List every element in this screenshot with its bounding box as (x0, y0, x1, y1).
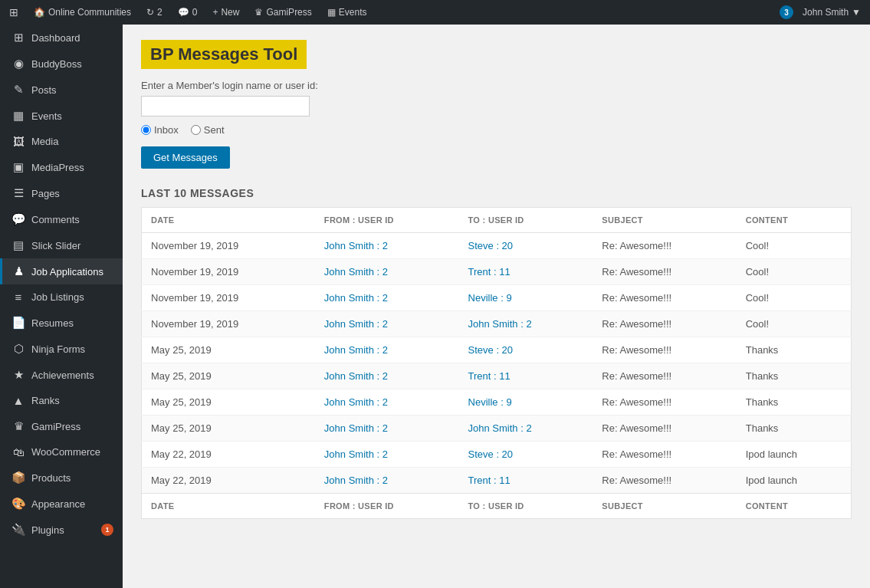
sent-radio-label[interactable]: Sent (191, 124, 225, 136)
comments[interactable]: 💬 0 (175, 7, 201, 18)
section-title: LAST 10 MESSAGES (141, 187, 852, 199)
cell-from[interactable]: John Smith : 2 (315, 311, 459, 337)
user-menu[interactable]: John Smith ▼ (799, 7, 864, 18)
cell-to[interactable]: Trent : 11 (459, 468, 593, 494)
sidebar-item-comments[interactable]: 💬 Comments (0, 206, 123, 232)
member-input[interactable] (141, 96, 310, 117)
sidebar-item-woocommerce[interactable]: 🛍 WooCommerce (0, 439, 123, 465)
cell-from[interactable]: John Smith : 2 (315, 389, 459, 416)
cell-date: May 25, 2019 (142, 337, 315, 363)
cell-to[interactable]: Neville : 9 (459, 389, 593, 416)
cell-date: May 25, 2019 (142, 363, 315, 389)
sidebar-label: BuddyBoss (31, 58, 82, 70)
media-icon: 🖼 (11, 135, 25, 148)
table-body: November 19, 2019John Smith : 2Steve : 2… (142, 233, 852, 494)
cell-to[interactable]: Trent : 11 (459, 363, 593, 389)
user-area: 3 John Smith ▼ (780, 5, 864, 19)
sidebar-item-achievements[interactable]: ★ Achievements (0, 362, 123, 388)
cell-from[interactable]: John Smith : 2 (315, 259, 459, 285)
sidebar-item-gamipress[interactable]: ♛ GamiPress (0, 413, 123, 439)
site-name[interactable]: 🏠 Online Communities (31, 7, 134, 18)
woocommerce-icon: 🛍 (11, 445, 25, 458)
sidebar-item-job-listings[interactable]: ≡ Job Listings (0, 284, 123, 310)
sidebar-item-plugins[interactable]: 🔌 Plugins 1 (0, 517, 123, 543)
cell-from[interactable]: John Smith : 2 (315, 285, 459, 311)
sidebar: ⊞ Dashboard ◉ BuddyBoss ✎ Posts ▦ Events… (0, 25, 123, 588)
events-menu[interactable]: ▦ Events (324, 7, 370, 18)
sidebar-item-products[interactable]: 📦 Products (0, 465, 123, 491)
cell-subject: Re: Awesome!!! (593, 259, 736, 285)
cell-content: Cool! (737, 259, 852, 285)
cell-to[interactable]: Steve : 20 (459, 233, 593, 259)
sidebar-item-resumes[interactable]: 📄 Resumes (0, 310, 123, 336)
cell-to[interactable]: Steve : 20 (459, 337, 593, 363)
plugins-badge: 1 (101, 524, 113, 536)
sidebar-item-slick-slider[interactable]: ▤ Slick Slider (0, 232, 123, 258)
new-menu[interactable]: + New (209, 7, 242, 18)
cell-to[interactable]: John Smith : 2 (459, 311, 593, 337)
cell-date: May 22, 2019 (142, 442, 315, 468)
comments-icon: 💬 (178, 7, 189, 18)
sidebar-item-buddyboss[interactable]: ◉ BuddyBoss (0, 51, 123, 77)
cell-subject: Re: Awesome!!! (593, 311, 736, 337)
sidebar-item-dashboard[interactable]: ⊞ Dashboard (0, 25, 123, 51)
inbox-radio[interactable] (141, 125, 151, 135)
cell-subject: Re: Awesome!!! (593, 285, 736, 311)
sent-radio[interactable] (191, 125, 201, 135)
table-row: November 19, 2019John Smith : 2John Smit… (142, 311, 852, 337)
sidebar-item-ranks[interactable]: ▲ Ranks (0, 388, 123, 413)
cell-content: Thanks (737, 363, 852, 389)
sidebar-item-events[interactable]: ▦ Events (0, 103, 123, 129)
cell-subject: Re: Awesome!!! (593, 233, 736, 259)
sidebar-item-ninja-forms[interactable]: ⬡ Ninja Forms (0, 336, 123, 362)
table-footer-row: DATE FROM : USER ID TO : USER ID SUBJECT… (142, 494, 852, 519)
get-messages-button[interactable]: Get Messages (141, 146, 230, 169)
wp-logo[interactable]: ⊞ (6, 6, 21, 18)
cell-to[interactable]: John Smith : 2 (459, 416, 593, 442)
cell-subject: Re: Awesome!!! (593, 442, 736, 468)
cell-to[interactable]: Steve : 20 (459, 442, 593, 468)
products-icon: 📦 (11, 471, 25, 485)
updates-icon: ↻ (146, 7, 154, 18)
cell-date: May 22, 2019 (142, 468, 315, 494)
home-icon: 🏠 (34, 7, 45, 18)
sidebar-item-pages[interactable]: ☰ Pages (0, 180, 123, 206)
cell-date: November 19, 2019 (142, 311, 315, 337)
cell-to[interactable]: Trent : 11 (459, 259, 593, 285)
gamipress-icon: ♛ (254, 7, 263, 18)
gamipress-menu[interactable]: ♛ GamiPress (251, 7, 314, 18)
foot-subject: SUBJECT (593, 494, 736, 519)
table-header-row: DATE FROM : USER ID TO : USER ID SUBJECT… (142, 208, 852, 233)
cell-subject: Re: Awesome!!! (593, 389, 736, 416)
sidebar-label: Ninja Forms (31, 343, 85, 355)
sidebar-label: Appearance (31, 498, 85, 510)
cell-to[interactable]: Neville : 9 (459, 285, 593, 311)
cell-from[interactable]: John Smith : 2 (315, 468, 459, 494)
cell-subject: Re: Awesome!!! (593, 468, 736, 494)
updates[interactable]: ↻ 2 (143, 7, 166, 18)
table-row: May 25, 2019John Smith : 2Neville : 9Re:… (142, 389, 852, 416)
cell-from[interactable]: John Smith : 2 (315, 337, 459, 363)
table-row: November 19, 2019John Smith : 2Neville :… (142, 285, 852, 311)
inbox-radio-label[interactable]: Inbox (141, 124, 179, 136)
resumes-icon: 📄 (11, 316, 25, 330)
cell-from[interactable]: John Smith : 2 (315, 416, 459, 442)
cell-content: Thanks (737, 389, 852, 416)
sidebar-label: Events (31, 110, 62, 122)
ninja-forms-icon: ⬡ (11, 342, 25, 356)
cell-from[interactable]: John Smith : 2 (315, 233, 459, 259)
sidebar-item-appearance[interactable]: 🎨 Appearance (0, 491, 123, 517)
foot-date: DATE (142, 494, 315, 519)
sidebar-item-mediapress[interactable]: ▣ MediaPress (0, 154, 123, 180)
sidebar-item-job-applications[interactable]: ♟ Job Applications (0, 258, 123, 284)
cell-from[interactable]: John Smith : 2 (315, 363, 459, 389)
sidebar-item-media[interactable]: 🖼 Media (0, 129, 123, 154)
sidebar-label: Posts (31, 84, 57, 96)
cell-subject: Re: Awesome!!! (593, 363, 736, 389)
notification-badge[interactable]: 3 (780, 5, 793, 19)
cell-from[interactable]: John Smith : 2 (315, 442, 459, 468)
col-date: DATE (142, 208, 315, 233)
sidebar-label: Job Applications (31, 266, 103, 278)
posts-icon: ✎ (11, 83, 25, 97)
sidebar-item-posts[interactable]: ✎ Posts (0, 77, 123, 103)
